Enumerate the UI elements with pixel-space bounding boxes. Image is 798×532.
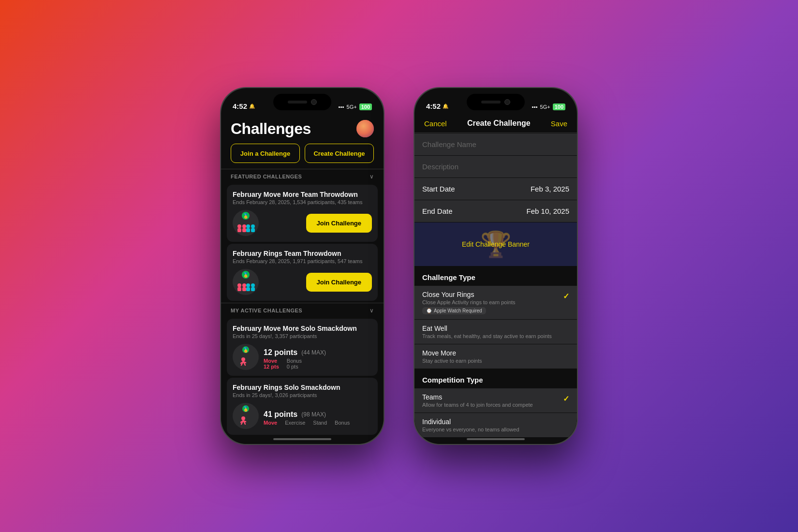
- active-challenge-card-0: February Move More Solo Smackdown Ends i…: [227, 319, 378, 376]
- status-time-2: 4:52 🔔: [426, 102, 448, 110]
- option-info-1: Eat Well Track meals, eat healthy, and s…: [422, 325, 569, 339]
- active-exercise-label-1: Exercise: [285, 420, 305, 426]
- svg-rect-15: [242, 287, 246, 291]
- action-buttons: Join a Challenge Create Challenge: [221, 142, 384, 169]
- svg-point-12: [237, 283, 241, 287]
- signal-icon: ▪▪▪: [339, 104, 344, 110]
- svg-point-16: [246, 283, 250, 287]
- cancel-button[interactable]: Cancel: [424, 119, 447, 128]
- option-info-0: Close Your Rings Close Apple Activity ri…: [422, 291, 563, 314]
- option-desc-1: Track meals, eat healthy, and stay activ…: [422, 333, 569, 339]
- comp-option-desc-1: Everyone vs everyone, no teams allowed: [422, 427, 569, 432]
- home-indicator-1: [273, 438, 331, 440]
- end-date-field[interactable]: End Date Feb 10, 2025: [414, 200, 577, 222]
- svg-point-8: [251, 224, 255, 228]
- challenge-type-option-0[interactable]: Close Your Rings Close Apple Activity ri…: [414, 286, 577, 319]
- featured-challenge-card-0: February Move More Team Throwdown Ends F…: [227, 185, 378, 242]
- active-challenge-icon-1: 🏅: [233, 403, 259, 429]
- challenges-header: Challenges: [221, 114, 384, 142]
- active-challenge-icon-0: 🏅: [233, 344, 259, 370]
- active-challenge-subtitle-1: Ends in 25 days!, 3,026 participants: [233, 392, 372, 398]
- svg-point-14: [242, 283, 246, 287]
- dynamic-island-2: [467, 94, 525, 110]
- featured-challenge-title-1: February Rings Team Throwdown: [233, 250, 372, 257]
- apple-watch-badge: ⌚ Apple Watch Required: [422, 307, 486, 314]
- competition-type-option-0[interactable]: Teams Allow for teams of 4 to join force…: [414, 388, 577, 413]
- description-field[interactable]: Description: [414, 156, 577, 177]
- active-challenge-title-1: February Rings Solo Smackdown: [233, 384, 372, 391]
- svg-rect-19: [251, 287, 255, 291]
- start-date-field[interactable]: Start Date Feb 3, 2025: [414, 178, 577, 200]
- apple-watch-label: Apple Watch Required: [434, 308, 482, 313]
- svg-text:🏅: 🏅: [243, 406, 249, 412]
- option-name-0: Close Your Rings: [422, 291, 563, 298]
- challenge-icon-1: 🏅: [233, 269, 259, 295]
- svg-rect-17: [246, 287, 250, 291]
- active-bonus-label-0: Bonus: [287, 358, 302, 364]
- phone2-create-challenge: 4:52 🔔 ▪▪▪ 5G+ 100 Cancel Create Challen…: [414, 87, 578, 445]
- join-challenge-button[interactable]: Join a Challenge: [231, 144, 300, 163]
- competition-type-label: Competition Type: [414, 369, 577, 388]
- featured-chevron-icon[interactable]: ∨: [369, 173, 374, 180]
- check-icon-0: ✓: [563, 292, 569, 301]
- active-challenge-title-0: February Move More Solo Smackdown: [233, 325, 372, 332]
- battery-badge-2: 100: [553, 103, 565, 110]
- network-icon-2: 5G+: [540, 104, 550, 110]
- svg-point-6: [246, 224, 250, 228]
- challenge-name-field[interactable]: Challenge Name: [414, 133, 577, 155]
- featured-challenge-subtitle-0: Ends February 28, 2025, 1,534 participan…: [233, 199, 372, 205]
- home-indicator-2: [467, 438, 525, 440]
- dynamic-island-1: [273, 94, 331, 110]
- featured-challenge-title-0: February Move More Team Throwdown: [233, 191, 372, 198]
- svg-point-2: [237, 224, 241, 228]
- active-points-1: 41 points: [264, 410, 297, 419]
- camera-2: [504, 99, 510, 105]
- active-move-label-0: Move: [264, 358, 279, 364]
- active-bonus-label-1: Bonus: [335, 420, 350, 426]
- create-challenge-button[interactable]: Create Challenge: [305, 144, 374, 163]
- option-info-2: Move More Stay active to earn points: [422, 349, 569, 364]
- active-move-value-0: 12 pts: [264, 364, 279, 369]
- active-stand-label-1: Stand: [313, 420, 327, 426]
- active-challenge-card-1: February Rings Solo Smackdown Ends in 25…: [227, 378, 378, 435]
- camera: [311, 99, 317, 105]
- check-icon-comp-0: ✓: [563, 394, 569, 403]
- join-challenge-btn-1[interactable]: Join Challenge: [306, 273, 372, 292]
- active-challenge-subtitle-0: Ends in 25 days!, 3,357 participants: [233, 333, 372, 339]
- challenge-banner[interactable]: 🏆 Edit Challenge Banner: [414, 222, 577, 266]
- active-move-label-1: Move: [264, 420, 277, 426]
- speaker-2: [481, 101, 501, 103]
- save-button[interactable]: Save: [551, 119, 567, 128]
- active-card-info-0: 12 points (44 MAX) Move 12 pts: [264, 344, 372, 369]
- active-points-0: 12 points: [264, 348, 297, 357]
- svg-text:🏅: 🏅: [243, 347, 249, 353]
- svg-rect-9: [251, 228, 255, 232]
- battery-badge-1: 100: [359, 103, 372, 110]
- end-date-value: Feb 10, 2025: [527, 207, 569, 215]
- phone1-challenges: 4:52 🔔 ▪▪▪ 5G+ 100 Challenges: [220, 87, 384, 445]
- create-nav: Cancel Create Challenge Save: [414, 114, 577, 133]
- featured-challenge-subtitle-1: Ends February 28, 2025, 1,971 participan…: [233, 258, 372, 264]
- user-avatar[interactable]: [356, 120, 374, 137]
- comp-option-name-0: Teams: [422, 393, 563, 401]
- option-name-2: Move More: [422, 349, 569, 357]
- option-name-1: Eat Well: [422, 325, 569, 332]
- challenge-type-option-2[interactable]: Move More Stay active to earn points: [414, 344, 577, 369]
- challenge-type-option-1[interactable]: Eat Well Track meals, eat healthy, and s…: [414, 320, 577, 344]
- option-desc-0: Close Apple Activity rings to earn point…: [422, 299, 563, 305]
- svg-rect-7: [246, 228, 250, 232]
- featured-challenge-card-1: February Rings Team Throwdown Ends Febru…: [227, 244, 378, 301]
- avatar-image: [356, 120, 374, 137]
- active-chevron-icon[interactable]: ∨: [369, 307, 374, 314]
- comp-option-info-1: Individual Everyone vs everyone, no team…: [422, 418, 569, 432]
- challenge-type-label: Challenge Type: [414, 266, 577, 285]
- active-card-info-1: 41 points (98 MAX) Move Exercise: [264, 406, 372, 426]
- svg-rect-3: [237, 228, 241, 232]
- join-challenge-btn-0[interactable]: Join Challenge: [306, 214, 372, 233]
- comp-option-name-1: Individual: [422, 418, 569, 426]
- option-desc-2: Stay active to earn points: [422, 358, 569, 364]
- edit-banner-label: Edit Challenge Banner: [462, 240, 530, 248]
- create-challenge-title: Create Challenge: [467, 119, 531, 128]
- competition-type-option-1[interactable]: Individual Everyone vs everyone, no team…: [414, 413, 577, 437]
- network-icon: 5G+: [347, 104, 357, 110]
